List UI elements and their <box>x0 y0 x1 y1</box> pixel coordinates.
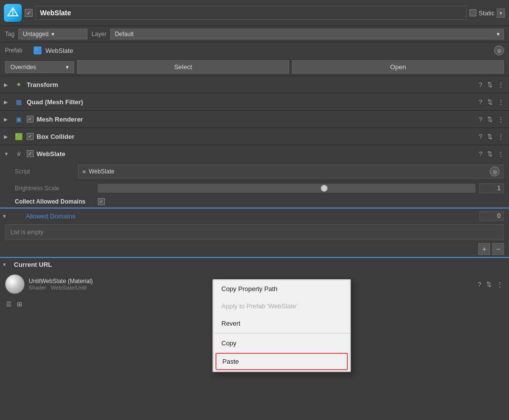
mesh-menu-btn[interactable]: ⋮ <box>497 115 505 124</box>
quad-component-row[interactable]: ▶ ▦ Quad (Mesh Filter) ? ⇅ ⋮ <box>0 93 509 110</box>
collect-label: Collect Allowed Domains <box>15 198 94 205</box>
context-copy-path[interactable]: Copy Property Path <box>213 280 350 297</box>
box-menu-btn[interactable]: ⋮ <box>497 132 505 141</box>
current-url-label: Current URL <box>9 261 52 268</box>
select-button[interactable]: Select <box>77 60 289 74</box>
overrides-dropdown[interactable]: Overrides ▾ <box>5 61 74 73</box>
url-expand-icon: ▼ <box>2 262 9 267</box>
material-help-btn[interactable]: ? <box>477 280 482 289</box>
webslate-expand-icon: ▼ <box>4 151 11 157</box>
material-menu-btn[interactable]: ⋮ <box>496 280 504 289</box>
material-actions: ? ⇅ ⋮ <box>477 280 504 289</box>
webslate-checkbox[interactable]: ✓ <box>27 150 34 157</box>
quad-label: Quad (Mesh Filter) <box>27 98 475 106</box>
object-active-checkbox[interactable]: ✓ <box>25 9 33 17</box>
current-url-row: ▼ Current URL <box>0 257 509 271</box>
remove-domain-btn[interactable]: − <box>492 243 504 255</box>
copy-label: Copy <box>221 339 236 347</box>
prefab-row: Prefab 🔷 WebSlate ◎ <box>0 42 509 58</box>
script-row: Script ■ WebSlate ◎ <box>0 162 509 181</box>
inspector-panel: ✓ Static ▾ Tag Untagged ▾ Layer Default … <box>0 0 509 311</box>
context-paste[interactable]: Paste <box>215 353 348 370</box>
shader-label: Shader <box>29 285 46 291</box>
copy-path-label: Copy Property Path <box>221 285 277 293</box>
context-divider <box>213 333 350 334</box>
mesh-renderer-checkbox[interactable]: ✓ <box>27 116 34 123</box>
domains-count: 0 <box>479 211 504 221</box>
mesh-renderer-row[interactable]: ▶ ▣ ✓ Mesh Renderer ? ⇅ ⋮ <box>0 110 509 127</box>
webslate-settings-btn[interactable]: ⇅ <box>486 149 494 159</box>
add-domain-btn[interactable]: + <box>478 243 490 255</box>
quad-icon: ▦ <box>14 97 24 107</box>
apply-prefab-label: Apply to Prefab 'WebSlate' <box>221 302 297 310</box>
script-label: Script <box>15 168 74 175</box>
prefab-icon: 🔷 <box>34 46 42 54</box>
tag-dropdown[interactable]: Untagged ▾ <box>18 29 87 40</box>
collect-checkbox[interactable]: ✓ <box>98 198 105 205</box>
box-collider-row[interactable]: ▶ 🟩 ✓ Box Collider ? ⇅ ⋮ <box>0 127 509 145</box>
mesh-renderer-label: Mesh Renderer <box>37 116 475 123</box>
webslate-actions: ? ⇅ ⋮ <box>478 149 505 159</box>
expand-arrow-icon: ▶ <box>4 82 11 87</box>
transform-component-row[interactable]: ▶ ✦ Transform ? ⇅ ⋮ <box>0 76 509 93</box>
webslate-help-btn[interactable]: ? <box>478 149 483 159</box>
quad-expand-icon: ▶ <box>4 99 11 105</box>
box-actions: ? ⇅ ⋮ <box>478 132 505 141</box>
static-dropdown-arrow[interactable]: ▾ <box>497 8 505 18</box>
material-settings-btn[interactable]: ⇅ <box>485 280 493 289</box>
brightness-value[interactable]: 1 <box>479 183 504 193</box>
brightness-slider[interactable] <box>98 184 475 193</box>
context-revert[interactable]: Revert <box>213 315 350 332</box>
static-checkbox[interactable] <box>469 9 476 16</box>
box-collider-label: Box Collider <box>37 133 475 140</box>
unity-logo-icon <box>4 4 22 22</box>
brightness-row: Brightness Scale 1 <box>0 181 509 196</box>
object-name-input[interactable] <box>36 6 467 20</box>
mesh-actions: ? ⇅ ⋮ <box>478 115 505 124</box>
transform-label: Transform <box>27 81 475 88</box>
mesh-help-btn[interactable]: ? <box>478 115 483 124</box>
webslate-menu-btn[interactable]: ⋮ <box>497 149 505 159</box>
script-field[interactable]: ■ WebSlate ◎ <box>78 165 504 178</box>
prefab-label: Prefab <box>5 47 30 54</box>
tag-value: Untagged <box>23 31 48 38</box>
context-menu: Copy Property Path Apply to Prefab 'WebS… <box>212 279 351 372</box>
box-expand-icon: ▶ <box>4 134 11 139</box>
quad-menu-btn[interactable]: ⋮ <box>497 97 505 107</box>
quad-settings-btn[interactable]: ⇅ <box>486 97 494 107</box>
transform-help-btn[interactable]: ? <box>478 80 483 89</box>
transform-settings-btn[interactable]: ⇅ <box>486 80 494 89</box>
layer-dropdown[interactable]: Default ▾ <box>110 29 504 40</box>
webslate-component-row[interactable]: ▼ # ✓ WebSlate ? ⇅ ⋮ <box>0 145 509 162</box>
static-label: Static <box>478 9 495 17</box>
paste-label: Paste <box>222 358 239 365</box>
list-empty-row: List is empty <box>5 224 504 240</box>
box-collider-checkbox[interactable]: ✓ <box>27 133 34 140</box>
box-help-btn[interactable]: ? <box>478 132 483 141</box>
box-settings-btn[interactable]: ⇅ <box>486 132 494 141</box>
list-view-btn[interactable]: ☰ <box>5 299 13 309</box>
revert-label: Revert <box>221 320 240 327</box>
collect-domains-row: Collect Allowed Domains ✓ <box>0 196 509 208</box>
script-value: WebSlate <box>89 168 115 175</box>
mesh-settings-btn[interactable]: ⇅ <box>486 115 494 124</box>
context-apply-prefab: Apply to Prefab 'WebSlate' <box>213 297 350 315</box>
allowed-expand-icon: ▼ <box>2 213 9 219</box>
box-collider-icon: 🟩 <box>14 131 24 141</box>
quad-help-btn[interactable]: ? <box>478 97 483 107</box>
webslate-label: WebSlate <box>37 150 475 158</box>
layer-value: Default <box>115 31 133 38</box>
overrides-row: Overrides ▾ Select Open <box>0 58 509 76</box>
list-empty-text: List is empty <box>10 229 43 236</box>
context-copy[interactable]: Copy <box>213 335 350 352</box>
tag-label: Tag <box>5 31 14 38</box>
prefab-target-btn[interactable]: ◎ <box>494 45 504 55</box>
mesh-expand-icon: ▶ <box>4 117 11 122</box>
prefab-name: WebSlate <box>45 47 490 54</box>
grid-view-btn[interactable]: ⊞ <box>16 299 23 309</box>
open-button[interactable]: Open <box>292 60 504 74</box>
material-preview <box>5 274 25 294</box>
layer-arrow-icon: ▾ <box>497 31 500 38</box>
transform-menu-btn[interactable]: ⋮ <box>497 80 505 89</box>
script-target-btn[interactable]: ◎ <box>490 167 500 176</box>
